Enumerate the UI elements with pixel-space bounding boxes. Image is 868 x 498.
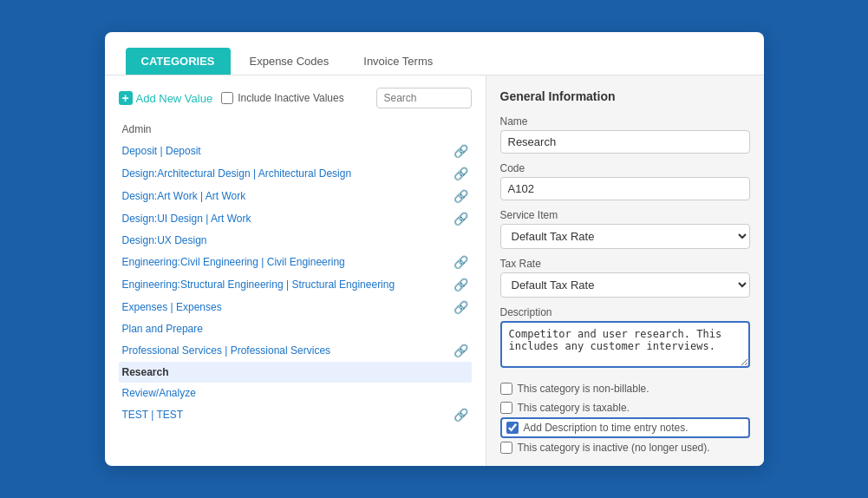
description-textarea[interactable] xyxy=(500,321,750,368)
tab-invoice-terms[interactable]: Invoice Terms xyxy=(348,48,448,75)
checkbox-input[interactable] xyxy=(506,422,519,434)
list-item-text: Engineering:Structural Engineering | Str… xyxy=(122,278,395,291)
list-item-text: Plan and Prepare xyxy=(122,323,203,335)
checkbox-label: This category is non-billable. xyxy=(518,383,649,395)
checkbox-row: This category is taxable. xyxy=(500,398,750,417)
content-area: + Add New Value Include Inactive Values … xyxy=(105,75,764,466)
list-item[interactable]: Design:UX Design xyxy=(119,230,472,251)
list-item[interactable]: Plan and Prepare xyxy=(119,318,472,339)
list-item-text: Professional Services | Professional Ser… xyxy=(122,344,331,357)
link-icon: 🔗 xyxy=(454,344,468,357)
list-area: AdminDeposit | Deposit🔗Design:Architectu… xyxy=(119,119,472,454)
checkbox-row: This category is inactive (no longer use… xyxy=(500,438,750,457)
checkbox-input[interactable] xyxy=(500,383,512,395)
link-icon: 🔗 xyxy=(454,212,468,226)
checkbox-label: This category is inactive (no longer use… xyxy=(518,442,710,454)
include-inactive-label: Include Inactive Values xyxy=(221,92,344,104)
list-item[interactable]: Expenses | Expenses🔗 xyxy=(119,296,472,318)
right-panel: General Information Name Code Service It… xyxy=(486,75,764,466)
list-item[interactable]: Professional Services | Professional Ser… xyxy=(119,339,472,362)
include-inactive-checkbox[interactable] xyxy=(221,92,233,104)
tab-categories[interactable]: CATEGORIES xyxy=(126,48,231,75)
name-label: Name xyxy=(500,115,750,128)
main-card: CATEGORIES Expense Codes Invoice Terms +… xyxy=(105,32,764,466)
checkbox-input[interactable] xyxy=(500,402,512,414)
link-icon: 🔗 xyxy=(454,300,468,314)
service-item-select[interactable]: Default Tax Rate xyxy=(500,224,750,249)
list-item-text: Engineering:Civil Engineering | Civil En… xyxy=(122,256,345,268)
tabs-row: CATEGORIES Expense Codes Invoice Terms xyxy=(105,32,764,75)
search-input[interactable] xyxy=(376,88,472,108)
toolbar: + Add New Value Include Inactive Values xyxy=(119,88,472,108)
list-item-text: Design:UI Design | Art Work xyxy=(122,213,251,225)
list-item[interactable]: Admin xyxy=(119,119,472,140)
description-label: Description xyxy=(500,306,750,318)
link-icon: 🔗 xyxy=(454,408,468,422)
list-item-text: Admin xyxy=(122,123,152,135)
list-item-text: Design:Art Work | Art Work xyxy=(122,190,246,202)
list-item-text: Deposit | Deposit xyxy=(122,145,201,157)
link-icon: 🔗 xyxy=(454,255,468,269)
tax-rate-label: Tax Rate xyxy=(500,258,750,270)
code-label: Code xyxy=(500,162,750,174)
service-item-label: Service Item xyxy=(500,209,750,221)
left-panel: + Add New Value Include Inactive Values … xyxy=(105,75,486,466)
tax-rate-group: Tax Rate Default Tax Rate xyxy=(500,258,750,298)
code-input[interactable] xyxy=(500,177,750,200)
list-item-text: Expenses | Expenses xyxy=(122,301,222,313)
list-item-text: Design:Architectural Design | Architectu… xyxy=(122,167,352,180)
add-new-value-button[interactable]: + Add New Value xyxy=(119,91,213,105)
list-item-text: Design:UX Design xyxy=(122,234,207,246)
list-item[interactable]: Design:UI Design | Art Work🔗 xyxy=(119,207,472,230)
link-icon: 🔗 xyxy=(454,278,468,292)
list-item[interactable]: TEST | TEST🔗 xyxy=(119,403,472,426)
plus-icon: + xyxy=(119,91,133,105)
list-item-text: Research xyxy=(122,366,169,378)
checkbox-row: Add Description to time entry notes. xyxy=(500,417,750,438)
description-group: Description xyxy=(500,306,750,370)
code-group: Code xyxy=(500,162,750,200)
list-item[interactable]: Research xyxy=(119,362,472,383)
general-info-title: General Information xyxy=(500,89,750,103)
list-item[interactable]: Engineering:Structural Engineering | Str… xyxy=(119,273,472,296)
add-new-value-label: Add New Value xyxy=(136,92,213,105)
list-item[interactable]: Design:Art Work | Art Work🔗 xyxy=(119,185,472,207)
checkbox-row: This category is non-billable. xyxy=(500,379,750,398)
name-group: Name xyxy=(500,115,750,154)
link-icon: 🔗 xyxy=(454,189,468,203)
service-item-group: Service Item Default Tax Rate xyxy=(500,209,750,249)
checkbox-label: Add Description to time entry notes. xyxy=(524,422,689,434)
checkboxes-container: This category is non-billable.This categ… xyxy=(500,379,750,457)
list-item-text: Review/Analyze xyxy=(122,387,196,399)
link-icon: 🔗 xyxy=(454,167,468,180)
name-input[interactable] xyxy=(500,130,750,154)
list-item-text: TEST | TEST xyxy=(122,409,184,421)
tab-expense-codes[interactable]: Expense Codes xyxy=(234,48,345,75)
list-item[interactable]: Deposit | Deposit🔗 xyxy=(119,140,472,162)
checkbox-label: This category is taxable. xyxy=(518,402,630,414)
include-inactive-text: Include Inactive Values xyxy=(238,92,344,104)
list-item[interactable]: Design:Architectural Design | Architectu… xyxy=(119,162,472,185)
link-icon: 🔗 xyxy=(454,144,468,158)
list-item[interactable]: Review/Analyze xyxy=(119,383,472,403)
checkbox-input[interactable] xyxy=(500,442,512,454)
tax-rate-select[interactable]: Default Tax Rate xyxy=(500,272,750,298)
list-item[interactable]: Engineering:Civil Engineering | Civil En… xyxy=(119,251,472,273)
